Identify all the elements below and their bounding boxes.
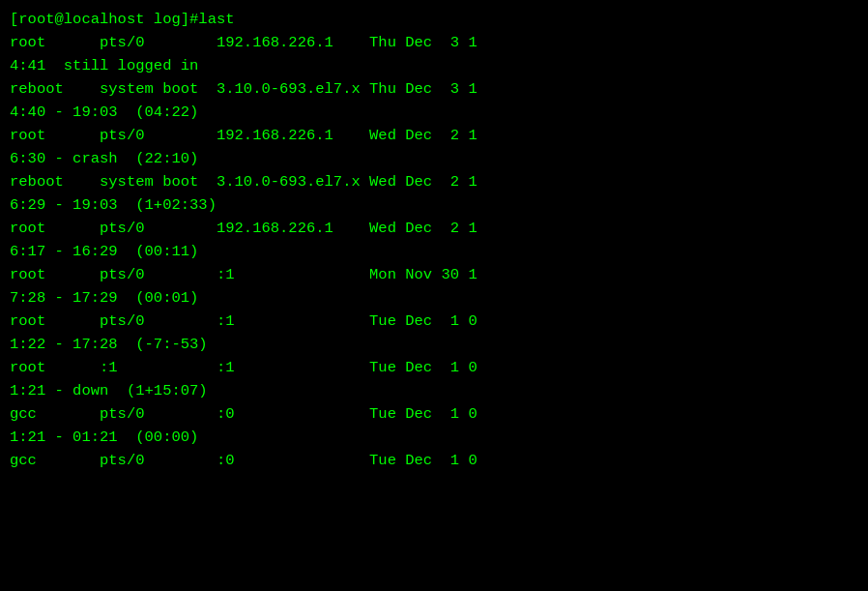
terminal-line: gcc pts/0 :0 Tue Dec 1 0 [10, 449, 858, 472]
terminal-line: 6:29 - 19:03 (1+02:33) [10, 193, 858, 217]
terminal-line: reboot system boot 3.10.0-693.el7.x Thu … [10, 77, 858, 101]
terminal-line: 7:28 - 17:29 (00:01) [10, 286, 858, 310]
terminal-line: 1:22 - 17:28 (-7:-53) [10, 333, 858, 356]
terminal-line: 6:30 - crash (22:10) [10, 147, 858, 170]
terminal-line: gcc pts/0 :0 Tue Dec 1 0 [10, 402, 858, 426]
terminal-line: 4:41 still logged in [10, 54, 858, 77]
terminal-line: 1:21 - down (1+15:07) [10, 379, 858, 402]
terminal-line: reboot system boot 3.10.0-693.el7.x Wed … [10, 170, 858, 193]
terminal-output: [root@localhost log]#lastroot pts/0 192.… [10, 8, 858, 472]
terminal-line: root pts/0 192.168.226.1 Wed Dec 2 1 [10, 217, 858, 240]
terminal-line: root pts/0 :1 Tue Dec 1 0 [10, 310, 858, 333]
terminal-line: root :1 :1 Tue Dec 1 0 [10, 356, 858, 379]
terminal-line: root pts/0 :1 Mon Nov 30 1 [10, 263, 858, 286]
terminal-line: 4:40 - 19:03 (04:22) [10, 101, 858, 124]
terminal-line: root pts/0 192.168.226.1 Thu Dec 3 1 [10, 31, 858, 54]
terminal-line: [root@localhost log]#last [10, 8, 858, 31]
terminal-line: root pts/0 192.168.226.1 Wed Dec 2 1 [10, 124, 858, 147]
terminal-window: [root@localhost log]#lastroot pts/0 192.… [0, 0, 868, 591]
terminal-line: 1:21 - 01:21 (00:00) [10, 426, 858, 449]
terminal-line: 6:17 - 16:29 (00:11) [10, 240, 858, 263]
